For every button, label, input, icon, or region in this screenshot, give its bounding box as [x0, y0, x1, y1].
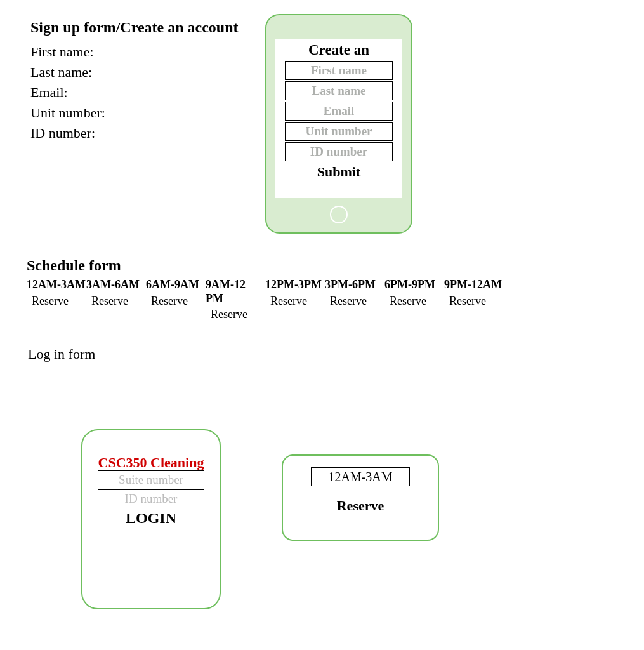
slot-time: 3AM-6AM — [86, 278, 146, 292]
label-email: Email: — [30, 83, 105, 103]
schedule-slot: 9AM-12 PM Reserve — [206, 278, 265, 321]
schedule-heading: Schedule form — [27, 257, 121, 274]
reserve-button[interactable]: Reserve — [86, 292, 146, 308]
login-card: CSC350 Cleaning LOGIN — [81, 429, 221, 609]
schedule-slot: 3PM-6PM Reserve — [325, 278, 384, 321]
reserve-card: 12AM-3AM Reserve — [282, 454, 439, 541]
slot-time: 6AM-9AM — [146, 278, 206, 292]
signup-heading: Sign up form/Create an account — [30, 19, 239, 36]
reserve-card-button[interactable]: Reserve — [283, 486, 438, 514]
schedule-slot: 6PM-9PM Reserve — [384, 278, 444, 321]
login-button[interactable]: LOGIN — [82, 508, 220, 527]
reserve-button[interactable]: Reserve — [206, 305, 265, 321]
brand-title: CSC350 Cleaning — [82, 430, 220, 470]
reserve-button[interactable]: Reserve — [325, 292, 384, 308]
slot-time: 12PM-3PM — [265, 278, 325, 292]
login-heading: Log in form — [28, 346, 95, 362]
reserve-button[interactable]: Reserve — [384, 292, 444, 308]
reserve-time-display: 12AM-3AM — [311, 467, 410, 486]
schedule-slot: 6AM-9AM Reserve — [146, 278, 206, 321]
submit-button[interactable]: Submit — [275, 162, 402, 180]
login-id-field[interactable] — [98, 489, 204, 508]
label-id-number: ID number: — [30, 123, 105, 143]
slot-time: 9PM-12AM — [444, 278, 504, 292]
slot-time: 9AM-12 PM — [206, 278, 265, 305]
schedule-slot: 12AM-3AM Reserve — [27, 278, 86, 321]
schedule-slot: 12PM-3PM Reserve — [265, 278, 325, 321]
slot-time: 12AM-3AM — [27, 278, 86, 292]
unit-number-field[interactable] — [285, 122, 393, 141]
last-name-field[interactable] — [285, 81, 393, 100]
reserve-button[interactable]: Reserve — [444, 292, 504, 308]
id-number-field[interactable] — [285, 142, 393, 161]
phone-home-icon — [330, 206, 348, 223]
suite-number-field[interactable] — [98, 470, 204, 489]
schedule-grid: 12AM-3AM Reserve 3AM-6AM Reserve 6AM-9AM… — [27, 278, 504, 321]
signup-labels: First name: Last name: Email: Unit numbe… — [30, 42, 105, 143]
create-account-title: Create an — [275, 39, 402, 60]
reserve-button[interactable]: Reserve — [146, 292, 206, 308]
reserve-button[interactable]: Reserve — [27, 292, 86, 308]
schedule-slot: 9PM-12AM Reserve — [444, 278, 504, 321]
reserve-button[interactable]: Reserve — [265, 292, 325, 308]
email-field[interactable] — [285, 102, 393, 121]
first-name-field[interactable] — [285, 61, 393, 80]
label-first-name: First name: — [30, 42, 105, 62]
phone-screen: Create an Submit — [275, 39, 402, 198]
schedule-slot: 3AM-6AM Reserve — [86, 278, 146, 321]
slot-time: 6PM-9PM — [384, 278, 444, 292]
slot-time: 3PM-6PM — [325, 278, 384, 292]
label-last-name: Last name: — [30, 62, 105, 83]
label-unit-number: Unit number: — [30, 103, 105, 123]
phone-mockup: Create an Submit — [265, 14, 412, 234]
